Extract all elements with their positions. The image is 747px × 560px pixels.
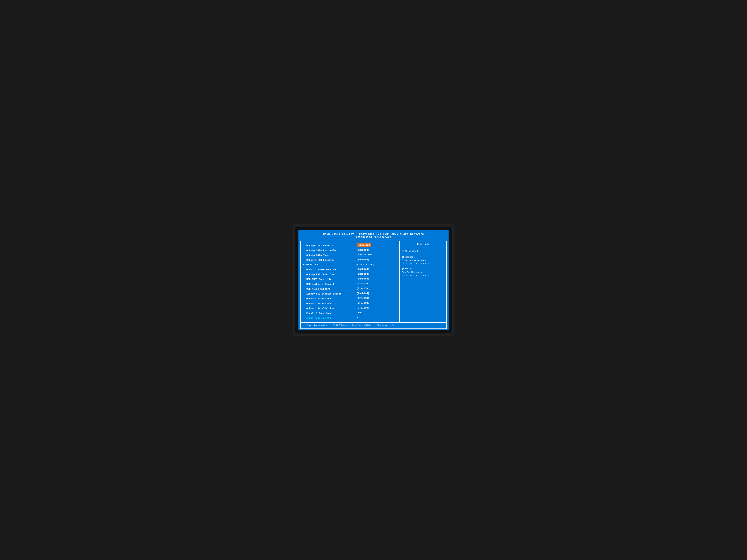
setting-value[interactable]: [378/IRQ7] xyxy=(357,306,370,310)
setting-label: Onboard Audio Function xyxy=(306,268,357,272)
setting-value[interactable]: [SPP] xyxy=(357,311,364,315)
setting-value[interactable]: [3F8/IRQ4] xyxy=(357,296,370,300)
menu-level-row: Menu Level ► xyxy=(402,249,444,253)
setting-label: Legacy USB storage detect xyxy=(306,292,357,296)
setting-label: USB EHCI Controller xyxy=(306,277,357,282)
setting-value[interactable]: [Enabled] xyxy=(357,267,369,271)
footer-bar: ↑↓:MoveEnter:Select+/-/PU/PD:ValueF10:Sa… xyxy=(300,323,447,329)
item-help-panel: Item Help Menu Level ► [Disabled] Disabl… xyxy=(400,241,446,323)
table-row[interactable]: Legacy USB storage detect[Enabled] xyxy=(303,292,397,296)
setting-value[interactable]: [Disabled] xyxy=(357,287,370,291)
item-help-body: Menu Level ► [Disabled] Disable the onbo… xyxy=(400,247,446,281)
footer-item: +/-/PU/PD:Value xyxy=(331,324,349,326)
help-bracket-enabled: [Enabled] xyxy=(402,267,444,271)
setting-label: USB Keyboard Support xyxy=(306,282,357,286)
table-row[interactable]: OnChip SATA Controller[Enabled] xyxy=(303,248,397,252)
setting-value[interactable]: [Enabled] xyxy=(357,243,370,247)
setting-label: OnChip SATA Controller xyxy=(306,248,357,252)
table-row[interactable]: OnChip USB Controller[Enabled] xyxy=(303,272,397,276)
bios-screen: CMOS Setup Utility - Copyright (C) 1984-… xyxy=(299,230,448,330)
setting-value[interactable]: [Enabled] xyxy=(357,248,369,252)
setting-label: Onboard Serial Port 2 xyxy=(306,302,357,306)
table-row[interactable]: ▶ SMART LAN[Press Enter] xyxy=(303,263,397,267)
setting-label: Parallel Port Mode xyxy=(306,312,357,315)
footer-item: F1:General Help xyxy=(377,324,394,326)
setting-label: x ECP Mode Use DMA xyxy=(306,316,357,320)
menu-level-arrow-icon: ► xyxy=(417,249,419,253)
help-bracket-disabled: [Disabled] xyxy=(402,256,444,259)
setting-value[interactable]: [2F8/IRQ3] xyxy=(357,301,370,305)
setting-label: OnChip SATA Type xyxy=(306,254,357,258)
setting-label: OnChip USB Controller xyxy=(306,273,357,276)
setting-label: OnChip IDE Channel0 xyxy=(306,244,357,248)
table-row[interactable]: OnChip SATA Type[Native IDE] xyxy=(303,253,397,258)
setting-value[interactable]: 3 xyxy=(357,316,358,320)
table-row[interactable]: Onboard Parallel Port[378/IRQ7] xyxy=(303,306,397,311)
setting-value[interactable]: [Native IDE] xyxy=(357,253,374,257)
bios-header: CMOS Setup Utility - Copyright (C) 1984-… xyxy=(299,230,448,240)
setting-value[interactable]: [Enabled] xyxy=(357,277,369,281)
help-desc-disabled: Disable the onboardparallel IDE Channel0… xyxy=(402,259,444,265)
arrow-icon: ▶ xyxy=(303,263,305,267)
table-row[interactable]: OnChip IDE Channel0[Enabled] xyxy=(303,243,397,248)
table-row[interactable]: USB EHCI Controller[Enabled] xyxy=(303,277,397,282)
setting-label: SMART LAN xyxy=(305,263,356,267)
setting-label: Onboard LAN Function xyxy=(306,258,357,262)
table-row[interactable]: USB Mouse Support[Disabled] xyxy=(303,287,397,291)
table-row[interactable]: Onboard Serial Port 1[3F8/IRQ4] xyxy=(303,296,397,301)
table-row[interactable]: USB Keyboard Support[Disabled] xyxy=(303,282,397,286)
help-option-disabled: [Disabled] Disable the onboardparallel I… xyxy=(402,256,444,265)
setting-value[interactable]: [Disabled] xyxy=(357,282,370,286)
monitor: CMOS Setup Utility - Copyright (C) 1984-… xyxy=(293,224,454,336)
setting-label: Onboard Parallel Port xyxy=(306,306,357,311)
table-row[interactable]: Onboard LAN Function[Enabled] xyxy=(303,258,397,262)
table-row[interactable]: Onboard Audio Function[Enabled] xyxy=(303,267,397,272)
menu-level-label: Menu Level xyxy=(402,249,416,253)
table-row[interactable]: Onboard Serial Port 2[2F8/IRQ3] xyxy=(303,301,397,306)
table-row[interactable]: Parallel Port Mode[SPP] xyxy=(303,311,397,315)
setting-value[interactable]: [Enabled] xyxy=(357,292,369,295)
header-title: CMOS Setup Utility - Copyright (C) 1984-… xyxy=(300,233,447,236)
setting-label: USB Mouse Support xyxy=(306,287,357,291)
settings-panel: OnChip IDE Channel0[Enabled]OnChip SATA … xyxy=(301,241,400,323)
setting-value[interactable]: [Enabled] xyxy=(357,272,369,276)
footer-item: ↑↓:Move xyxy=(303,324,311,326)
item-help-header: Item Help xyxy=(400,241,446,247)
table-row[interactable]: x ECP Mode Use DMA3 xyxy=(303,316,397,320)
footer-item: ESC:Exit xyxy=(364,324,374,326)
help-option-enabled: [Enabled] Enable the onboardparallel IDE… xyxy=(402,267,444,277)
footer-item: F10:Save xyxy=(352,324,361,326)
header-subtitle: Integrated Peripherals xyxy=(300,236,447,239)
help-desc-enabled: Enable the onboardparallel IDE Channel0. xyxy=(402,271,444,277)
setting-value[interactable]: [Press Enter] xyxy=(356,263,374,267)
setting-value[interactable]: [Enabled] xyxy=(357,258,369,262)
main-content: OnChip IDE Channel0[Enabled]OnChip SATA … xyxy=(300,241,447,323)
footer-item: Enter:Select xyxy=(314,324,329,326)
setting-label: Onboard Serial Port 1 xyxy=(306,297,357,301)
